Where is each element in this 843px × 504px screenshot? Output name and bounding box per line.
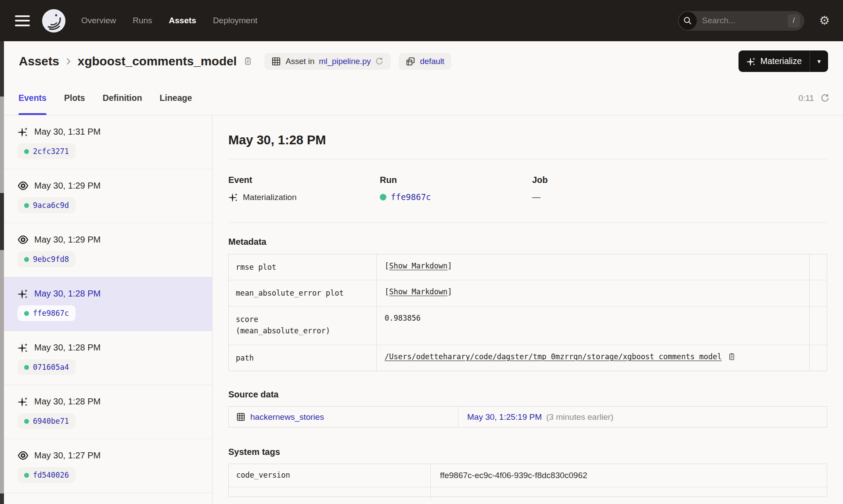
nav-item-overview[interactable]: Overview	[81, 16, 116, 25]
hamburger-icon[interactable]	[15, 15, 30, 26]
asset-file-link[interactable]: ml_pipeline.py	[319, 57, 371, 66]
observation-icon	[18, 234, 29, 245]
copy-asset-name-icon[interactable]	[243, 56, 253, 66]
search-shortcut-badge: /	[788, 14, 800, 28]
source-time-note: (3 minutes earlier)	[546, 412, 613, 422]
source-asset-link[interactable]: hackernews_stories	[250, 412, 324, 422]
event-list-item[interactable]: May 30, 1:28 PM071605a4	[0, 331, 212, 385]
metadata-heading: Metadata	[228, 237, 827, 247]
run-id-link[interactable]: 9aca6c9d	[33, 201, 69, 210]
tab-events[interactable]: Events	[18, 81, 47, 115]
observation-icon	[18, 450, 29, 461]
event-detail-title: May 30, 1:28 PM	[228, 133, 827, 147]
run-column-header: Run	[380, 175, 532, 185]
run-id-link[interactable]: 9ebc9fd8	[33, 255, 69, 264]
run-status-dot	[24, 473, 29, 478]
system-tags-heading: System tags	[228, 447, 827, 457]
system-tag-row-partial	[229, 487, 827, 497]
top-nav: OverviewRunsAssetsDeployment Search... /…	[0, 0, 843, 41]
system-tag-value: ffe9867c-ec9c-4f06-939c-f8dc830c0962	[431, 464, 827, 487]
run-id-pill[interactable]: 071605a4	[18, 359, 76, 375]
search-icon	[679, 12, 697, 30]
job-value: —	[532, 192, 540, 202]
nav-item-assets[interactable]: Assets	[169, 16, 196, 25]
observation-icon	[18, 180, 29, 191]
event-timestamp: May 30, 1:28 PM	[34, 397, 101, 407]
run-status-dot	[24, 311, 29, 316]
metadata-row: path/Users/odetteharary/code/dagster/tmp…	[229, 345, 827, 371]
tab-plots[interactable]: Plots	[64, 81, 85, 115]
dagster-logo[interactable]	[42, 9, 65, 32]
run-id-pill[interactable]: 6940be71	[18, 413, 76, 429]
path-link[interactable]: /Users/odetteharary/code/dagster/tmp_0mz…	[385, 352, 722, 361]
asset-location-pill[interactable]: Asset in ml_pipeline.py	[264, 53, 391, 70]
job-column-header: Job	[532, 175, 827, 185]
nav-links: OverviewRunsAssetsDeployment	[81, 16, 257, 25]
metadata-key: score (mean_absolute_error)	[229, 307, 376, 345]
asset-group-link[interactable]: default	[420, 57, 444, 66]
run-id-link[interactable]: 071605a4	[33, 363, 69, 372]
source-time-link[interactable]: May 30, 1:25:19 PM	[467, 412, 542, 422]
system-tags-table: code_versionffe9867c-ec9c-4f06-939c-f8dc…	[228, 464, 827, 497]
materialization-icon	[18, 288, 29, 299]
search-placeholder: Search...	[702, 16, 788, 25]
breadcrumb-assets-link[interactable]: Assets	[19, 54, 59, 68]
metadata-row: rmse plot[Show Markdown]	[229, 254, 827, 280]
source-data-heading: Source data	[228, 390, 827, 400]
left-scrollbar[interactable]	[0, 41, 4, 504]
run-id-pill[interactable]: ffe9867c	[18, 305, 76, 321]
run-id-link[interactable]: fd540026	[33, 471, 69, 479]
asset-group-pill[interactable]: default	[399, 53, 451, 70]
run-status-dot	[24, 365, 29, 370]
refresh-countdown: 0:11	[798, 93, 814, 103]
nav-item-runs[interactable]: Runs	[133, 16, 152, 25]
run-id-link[interactable]: ffe9867c	[33, 309, 69, 318]
refresh-icon[interactable]	[820, 93, 830, 103]
search-input[interactable]: Search... /	[678, 11, 804, 31]
materialize-sparkle-icon	[746, 57, 756, 66]
system-tag-row: code_versionffe9867c-ec9c-4f06-939c-f8dc…	[229, 464, 827, 487]
run-id-pill[interactable]: 9ebc9fd8	[18, 251, 76, 267]
metadata-table: rmse plot[Show Markdown]mean_absolute_er…	[228, 254, 827, 371]
event-column-header: Event	[228, 175, 380, 185]
show-markdown-link[interactable]: [Show Markdown]	[385, 287, 452, 296]
run-id-link[interactable]: ffe9867c	[391, 192, 431, 202]
event-list-item[interactable]: May 30, 1:31 PM2cfc3271	[0, 115, 212, 169]
materialize-button[interactable]: Materialize	[739, 50, 810, 72]
event-list-item[interactable]: May 30, 1:28 PM6940be71	[0, 385, 212, 439]
source-data-row: hackernews_storiesMay 30, 1:25:19 PM(3 m…	[228, 406, 827, 428]
event-list-sidebar: May 30, 1:31 PM2cfc3271May 30, 1:29 PM9a…	[0, 115, 213, 504]
event-timestamp: May 30, 1:29 PM	[34, 235, 101, 245]
show-markdown-link[interactable]: [Show Markdown]	[385, 261, 452, 270]
reload-icon[interactable]	[375, 57, 384, 66]
metadata-row-spacer	[809, 280, 827, 306]
run-id-pill[interactable]: 9aca6c9d	[18, 197, 76, 213]
table-grid-icon	[271, 57, 281, 66]
materialization-icon	[18, 396, 29, 407]
gear-icon[interactable]: ⚙	[819, 15, 830, 27]
dagster-logo-glyph	[42, 9, 65, 32]
run-id-link[interactable]: 6940be71	[33, 417, 69, 425]
copy-path-icon[interactable]	[727, 352, 736, 361]
nav-item-deployment[interactable]: Deployment	[213, 16, 257, 25]
asset-tabs: EventsPlotsDefinitionLineage	[18, 81, 192, 115]
event-list-item[interactable]: May 30, 1:27 PMfd540026	[0, 439, 212, 493]
run-id-link[interactable]: 2cfc3271	[33, 147, 69, 156]
materialization-icon	[228, 192, 238, 202]
run-status-dot	[24, 257, 29, 262]
tab-definition[interactable]: Definition	[103, 81, 142, 115]
metadata-row-spacer	[809, 307, 827, 345]
event-list-item[interactable]: May 30, 1:28 PMffe9867c	[0, 277, 212, 331]
event-list-item[interactable]: May 30, 1:29 PM9aca6c9d	[0, 169, 212, 223]
run-id-pill[interactable]: 2cfc3271	[18, 143, 76, 159]
event-list-item[interactable]: May 30, 1:29 PM9ebc9fd8	[0, 223, 212, 277]
event-timestamp: May 30, 1:28 PM	[34, 289, 101, 299]
materialize-button-group: Materialize ▾	[739, 50, 828, 72]
event-detail-panel: May 30, 1:28 PM Event Materialization Ru…	[213, 115, 843, 504]
event-type-value: Materialization	[243, 193, 297, 202]
asset-tabs-bar: EventsPlotsDefinitionLineage 0:11	[0, 81, 843, 115]
chevron-right-icon	[64, 57, 73, 66]
tab-lineage[interactable]: Lineage	[160, 81, 192, 115]
run-id-pill[interactable]: fd540026	[18, 467, 76, 483]
materialize-dropdown-button[interactable]: ▾	[810, 50, 828, 72]
